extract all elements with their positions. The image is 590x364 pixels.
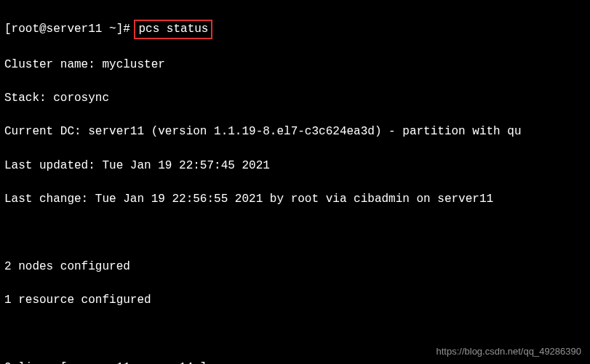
blank-line bbox=[4, 326, 586, 343]
shell-prompt: [root@server11 ~]# bbox=[4, 23, 137, 36]
last-change-line: Last change: Tue Jan 19 22:56:55 2021 by… bbox=[4, 191, 586, 208]
terminal-output[interactable]: [root@server11 ~]# pcs status Cluster na… bbox=[0, 0, 590, 364]
online-line: Online: [ server11 server14 ] bbox=[4, 360, 586, 364]
command-highlight: pcs status bbox=[134, 20, 212, 39]
prompt-line-1: [root@server11 ~]# pcs status bbox=[4, 20, 586, 39]
stack-line: Stack: corosync bbox=[4, 90, 586, 107]
nodes-configured-line: 2 nodes configured bbox=[4, 259, 586, 275]
cluster-name-line: Cluster name: mycluster bbox=[4, 57, 586, 73]
command-text: pcs status bbox=[138, 23, 208, 36]
blank-line bbox=[4, 225, 586, 241]
resources-configured-line: 1 resource configured bbox=[4, 292, 586, 309]
watermark-text: https://blog.csdn.net/qq_49286390 bbox=[436, 346, 582, 357]
last-updated-line: Last updated: Tue Jan 19 22:57:45 2021 bbox=[4, 158, 586, 174]
current-dc-line: Current DC: server11 (version 1.1.19-8.e… bbox=[4, 124, 586, 140]
